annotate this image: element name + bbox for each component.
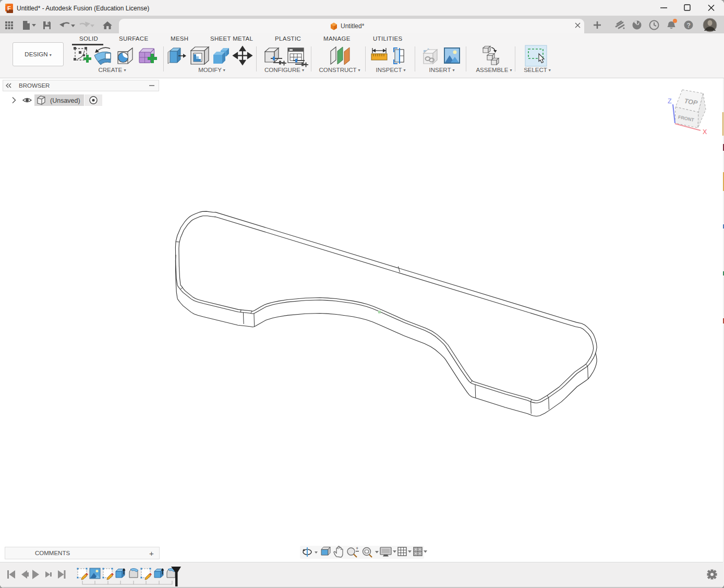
svg-text:X: X [703, 128, 707, 136]
svg-text:Z: Z [668, 98, 672, 105]
svg-text:(Unsaved): (Unsaved) [50, 97, 80, 104]
svg-text:Untitled*: Untitled* [341, 22, 365, 30]
svg-text:+: + [356, 546, 358, 551]
svg-text:?: ? [687, 22, 691, 29]
svg-text:F: F [7, 5, 11, 11]
